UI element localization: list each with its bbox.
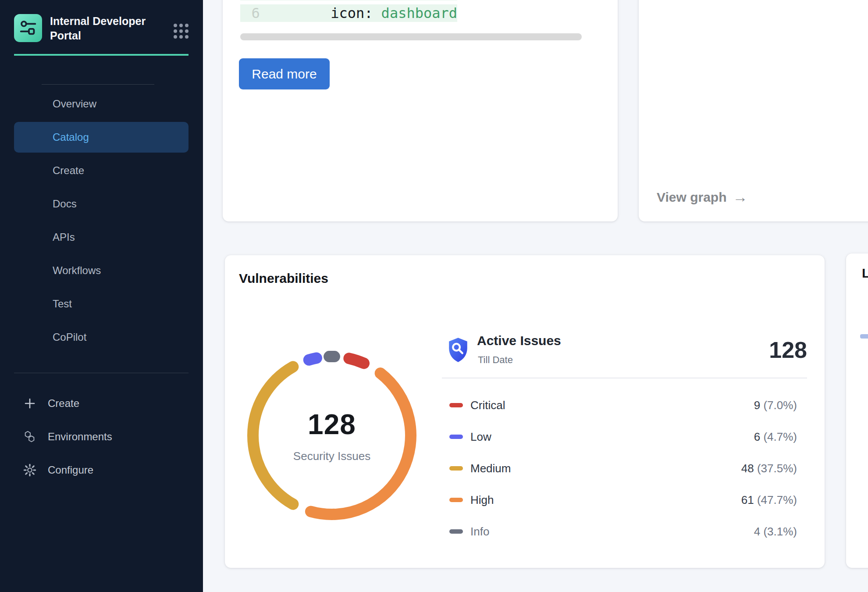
vulnerabilities-title: Vulnerabilities <box>239 271 328 286</box>
legend-row-medium: Medium 48 (37.5%) <box>442 453 807 484</box>
footer-item-label: Configure <box>48 464 93 476</box>
medium-swatch <box>449 466 463 471</box>
legend-row-high: High 61 (47.7%) <box>442 484 807 516</box>
legend-value: 9 (7.0%) <box>754 399 807 412</box>
donut-center: 128 Security Issues <box>235 339 428 532</box>
code-horizontal-scrollbar[interactable] <box>240 33 582 40</box>
code-line-partial <box>240 0 457 0</box>
active-issues-count: 128 <box>769 337 807 363</box>
legend-count: 9 <box>754 399 760 412</box>
documentation-card: 6 icon: dashboard Read more <box>223 0 618 221</box>
legend-percent: (37.5%) <box>757 462 797 475</box>
legend-percent: (7.0%) <box>763 399 797 412</box>
sidebar-item-create[interactable]: Create <box>14 155 189 186</box>
active-issues-subtitle: Till Date <box>478 354 513 366</box>
gear-icon <box>23 464 36 477</box>
graph-card: View graph → <box>639 0 868 221</box>
view-graph-link[interactable]: View graph → <box>657 189 748 206</box>
legend-label: Info <box>470 525 489 539</box>
legend-count: 6 <box>754 430 760 443</box>
sidebar-nav: Overview Catalog Create Docs APIs Workfl… <box>0 89 203 355</box>
info-swatch <box>449 529 463 534</box>
legend-count: 61 <box>741 493 754 506</box>
app-window: Internal Developer Portal Overview Catal… <box>0 0 868 592</box>
sidebar-item-environments[interactable]: Environments <box>0 420 203 453</box>
legend-count: 48 <box>741 462 754 475</box>
sidebar-item-test[interactable]: Test <box>14 289 189 319</box>
legend-percent: (47.7%) <box>757 493 797 506</box>
legend-label: Medium <box>470 462 511 475</box>
main-content: 6 icon: dashboard Read more View graph →… <box>203 0 868 592</box>
severity-legend: Critical 9 (7.0%) Low 6 (4.7%) Medium 48… <box>442 389 807 547</box>
critical-swatch <box>449 403 463 407</box>
logo-icon <box>18 18 38 38</box>
sidebar-item-create-action[interactable]: Create <box>0 387 203 420</box>
partial-right-card: L <box>846 253 868 568</box>
footer-item-label: Environments <box>48 431 112 443</box>
nav-divider-top <box>42 84 154 85</box>
shield-search-icon <box>446 337 470 365</box>
sidebar: Internal Developer Portal Overview Catal… <box>0 0 203 592</box>
code-line-number: 6 <box>240 5 266 21</box>
legend-value: 6 (4.7%) <box>754 430 807 444</box>
donut-total-label: Security Issues <box>293 449 370 463</box>
legend-label: Critical <box>470 399 505 412</box>
active-issues-header: Active Issues Till Date 128 <box>442 333 807 370</box>
vulnerabilities-card: Vulnerabilities 128 Security Issues <box>225 255 825 568</box>
legend-percent: (3.1%) <box>763 525 797 538</box>
arrow-right-icon: → <box>733 189 748 206</box>
app-title: Internal Developer Portal <box>50 14 154 43</box>
low-swatch <box>449 435 463 439</box>
legend-row-info: Info 4 (3.1%) <box>442 516 807 547</box>
nav-divider-bottom <box>14 373 189 373</box>
active-issues-divider <box>442 378 807 378</box>
code-line: 6 icon: dashboard <box>240 4 457 22</box>
footer-item-label: Create <box>48 397 79 410</box>
sidebar-item-workflows[interactable]: Workflows <box>14 255 189 286</box>
legend-percent: (4.7%) <box>763 430 797 443</box>
sidebar-item-configure[interactable]: Configure <box>0 453 203 487</box>
legend-row-low: Low 6 (4.7%) <box>442 421 807 453</box>
sidebar-item-catalog[interactable]: Catalog <box>14 122 189 153</box>
sidebar-item-apis[interactable]: APIs <box>14 222 189 253</box>
active-issues-title: Active Issues <box>477 333 561 348</box>
sidebar-item-overview[interactable]: Overview <box>14 89 189 119</box>
partial-card-title: L <box>862 266 868 281</box>
plus-icon <box>23 397 36 410</box>
sidebar-footer: Create Environments <box>0 387 203 487</box>
partial-chart-bar <box>860 334 868 339</box>
legend-label: High <box>470 493 494 507</box>
read-more-button[interactable]: Read more <box>239 58 330 89</box>
legend-count: 4 <box>754 525 760 538</box>
legend-label: Low <box>470 430 491 444</box>
legend-value: 4 (3.1%) <box>754 525 807 539</box>
high-swatch <box>449 498 463 502</box>
app-logo[interactable] <box>14 14 42 42</box>
legend-row-critical: Critical 9 (7.0%) <box>442 389 807 421</box>
sidebar-item-docs[interactable]: Docs <box>14 189 189 219</box>
donut-total-value: 128 <box>308 408 356 441</box>
legend-value: 48 (37.5%) <box>741 462 807 475</box>
sidebar-header: Internal Developer Portal <box>14 14 189 43</box>
code-value: dashboard <box>381 5 457 21</box>
view-graph-label: View graph <box>657 190 727 205</box>
hexagons-icon <box>23 430 36 443</box>
code-key: icon: <box>331 5 373 21</box>
legend-value: 61 (47.7%) <box>741 493 807 507</box>
sidebar-accent-rule <box>14 54 189 56</box>
sidebar-item-copilot[interactable]: CoPilot <box>14 322 189 353</box>
apps-grid-icon[interactable] <box>173 23 189 41</box>
